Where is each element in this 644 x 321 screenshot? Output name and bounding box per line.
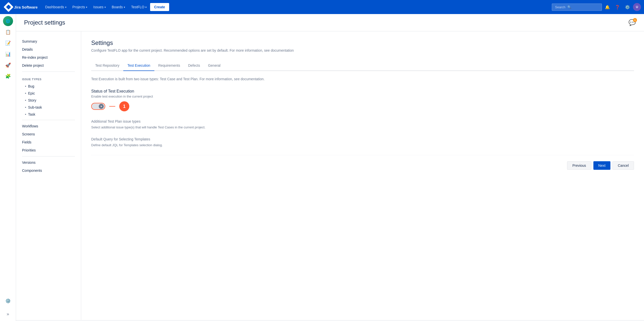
action-bar: Previous Next Cancel <box>91 155 634 170</box>
tab-description: Test Execution is built from two issue t… <box>91 77 634 81</box>
sidebar-item-reindex[interactable]: Re-index project <box>16 53 81 61</box>
toggle-container: ✕ 1 <box>91 101 634 111</box>
project-settings-sidebar: Summary Details Re-index project Delete … <box>16 31 81 320</box>
user-avatar[interactable]: U <box>633 3 641 11</box>
content-area: Summary Details Re-index project Delete … <box>16 31 644 320</box>
create-button[interactable]: Create <box>150 3 169 11</box>
tab-requirements[interactable]: Requirements <box>154 60 184 71</box>
nav-boards[interactable]: Boards ▾ <box>109 3 128 11</box>
cancel-button[interactable]: Cancel <box>612 161 634 170</box>
next-button[interactable]: Next <box>593 161 611 170</box>
main-content: Project settings 💬 1 Summary Details Re-… <box>16 14 644 320</box>
sidebar-item-task[interactable]: Task <box>16 111 81 118</box>
previous-button[interactable]: Previous <box>567 161 591 170</box>
sidebar-item-bug[interactable]: Bug <box>16 83 81 90</box>
icon-rail: 🌐 📋 📝 📊 🚀 🧩 ⚙️ » <box>0 14 16 320</box>
sidebar-item-workflows[interactable]: Workflows <box>16 122 81 130</box>
settings-description: Configure TestFLO app for the current pr… <box>91 48 634 52</box>
query-section-title: Default Query for Selecting Templates <box>91 137 634 141</box>
sidebar-divider <box>22 71 75 72</box>
settings-title: Settings <box>91 39 634 46</box>
sidebar-item-fields[interactable]: Fields <box>16 138 81 146</box>
query-section-row: Define default JQL for Templates selecti… <box>91 143 634 147</box>
sidebar-item-subtask[interactable]: Sub-task <box>16 104 81 111</box>
chevron-down-icon: ▾ <box>86 6 87 9</box>
status-setting-sublabel: Enable test execution in the current pro… <box>91 95 634 98</box>
app-logo[interactable]: Jira Software <box>3 4 40 11</box>
sidebar-item-delete[interactable]: Delete project <box>16 61 81 69</box>
rail-backlog-icon[interactable]: 📝 <box>3 38 13 48</box>
logo-diamond <box>4 2 14 12</box>
sidebar-divider-3 <box>22 156 75 156</box>
step-badge-1: 1 <box>119 101 129 111</box>
logo-text: Jira Software <box>14 5 38 9</box>
help-icon[interactable]: ❓ <box>613 3 622 12</box>
chat-notification[interactable]: 💬 1 <box>628 19 636 26</box>
tab-test-repository[interactable]: Test Repository <box>91 60 123 71</box>
sidebar-item-screens[interactable]: Screens <box>16 130 81 138</box>
sidebar-item-story[interactable]: Story <box>16 97 81 104</box>
search-icon: 🔍 <box>567 5 571 9</box>
additional-section-title: Additional Test Plan issue types <box>91 119 634 123</box>
settings-icon[interactable]: ⚙️ <box>623 3 632 12</box>
chevron-down-icon: ▾ <box>65 6 66 9</box>
settings-tabs: Test Repository Test Execution Requireme… <box>91 60 634 71</box>
sidebar-item-components[interactable]: Components <box>16 167 81 175</box>
page-title: Project settings <box>24 19 65 26</box>
rail-releases-icon[interactable]: 🚀 <box>3 60 13 70</box>
rail-settings-icon[interactable]: ⚙️ <box>3 296 13 306</box>
settings-panel: Settings Configure TestFLO app for the c… <box>81 31 644 320</box>
sidebar-divider-2 <box>22 120 75 120</box>
top-navigation: Jira Software Dashboards ▾ Projects ▾ Is… <box>0 0 644 14</box>
rail-expand-icon[interactable]: » <box>3 309 13 319</box>
status-setting-row: Status of Test Execution Enable test exe… <box>91 89 634 111</box>
nav-testflo[interactable]: TestFLO ▾ <box>129 3 149 11</box>
nav-issues[interactable]: Issues ▾ <box>91 3 108 11</box>
logo-diamond-inner <box>6 5 11 10</box>
sidebar-item-summary[interactable]: Summary <box>16 37 81 45</box>
project-icon[interactable]: 🌐 <box>3 16 13 26</box>
connector-line <box>109 106 115 107</box>
chevron-down-icon: ▾ <box>104 6 106 9</box>
search-placeholder: Search <box>555 5 565 9</box>
status-setting-label: Status of Test Execution <box>91 89 634 94</box>
additional-section-row: Select additional issue type(s) that wil… <box>91 125 634 129</box>
issue-types-section-title: Issue types <box>16 74 81 83</box>
sidebar-item-epic[interactable]: Epic <box>16 90 81 97</box>
sidebar-item-details[interactable]: Details <box>16 45 81 53</box>
nav-projects[interactable]: Projects ▾ <box>70 3 90 11</box>
additional-section-desc: Select additional issue type(s) that wil… <box>91 125 634 129</box>
sidebar-item-versions[interactable]: Versions <box>16 158 81 167</box>
notification-badge: 1 <box>633 18 637 22</box>
chevron-down-icon: ▾ <box>124 6 125 9</box>
tab-general[interactable]: General <box>204 60 225 71</box>
toggle-track: ✕ <box>91 103 105 110</box>
search-box[interactable]: Search 🔍 <box>552 4 602 11</box>
status-toggle[interactable]: ✕ <box>91 103 105 110</box>
tab-defects[interactable]: Defects <box>184 60 204 71</box>
sidebar-item-priorities[interactable]: Priorities <box>16 146 81 154</box>
rail-reports-icon[interactable]: 📊 <box>3 49 13 59</box>
toggle-thumb: ✕ <box>99 104 104 109</box>
tab-test-execution[interactable]: Test Execution <box>123 60 154 71</box>
notifications-icon[interactable]: 🔔 <box>603 3 612 12</box>
project-icon-inner: 🌐 <box>6 19 10 23</box>
page-wrapper: 🌐 📋 📝 📊 🚀 🧩 ⚙️ » Project settings 💬 1 Su… <box>0 14 644 320</box>
page-header: Project settings 💬 1 <box>16 14 644 31</box>
query-section-desc: Define default JQL for Templates selecti… <box>91 143 634 147</box>
chevron-down-icon: ▾ <box>145 6 147 9</box>
rail-components-icon[interactable]: 🧩 <box>3 71 13 81</box>
step-number: 1 <box>123 104 126 109</box>
nav-dashboards[interactable]: Dashboards ▾ <box>43 3 69 11</box>
rail-board-icon[interactable]: 📋 <box>3 27 13 37</box>
toggle-x-icon: ✕ <box>100 105 102 108</box>
